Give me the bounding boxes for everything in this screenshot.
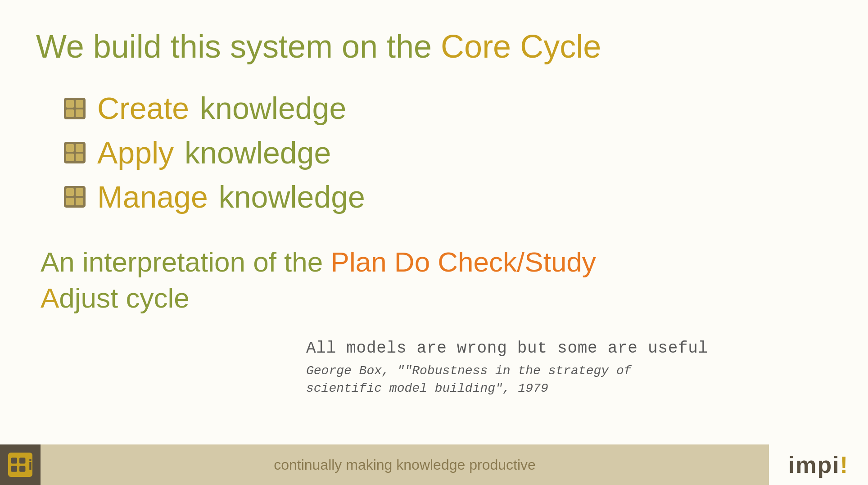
svg-rect-12 <box>76 188 83 196</box>
svg-rect-1 <box>66 100 74 108</box>
footer-logo-left <box>0 444 41 485</box>
footer-logo-right: impi! <box>769 444 868 485</box>
impi-text: impi <box>788 452 840 478</box>
svg-rect-18 <box>11 466 17 472</box>
subtitle-check: Check/Study <box>438 246 596 277</box>
svg-rect-6 <box>66 144 74 152</box>
impi-logo: impi! <box>788 451 849 478</box>
svg-rect-9 <box>76 154 83 161</box>
svg-rect-8 <box>66 154 74 161</box>
subtitle-section: An interpretation of the Plan Do Check/S… <box>36 244 832 317</box>
subtitle-rest: djust cycle <box>59 282 189 313</box>
svg-rect-4 <box>76 109 83 117</box>
svg-rect-13 <box>66 198 74 205</box>
title-highlight: Core Cycle <box>441 28 601 64</box>
bullet-icon-manage <box>63 185 86 209</box>
subtitle-plan: Plan <box>331 246 394 277</box>
footer: continually making knowledge productive … <box>0 444 868 485</box>
impi-exclaim: ! <box>840 452 849 478</box>
subtitle-part1: An interpretation of the <box>41 246 331 277</box>
create-highlight: Create <box>97 88 189 128</box>
quote-citation: George Box, ""Robustness in the strategy… <box>306 362 711 397</box>
footer-left-icon <box>8 453 32 477</box>
svg-rect-2 <box>76 100 83 108</box>
main-content: We build this system on the Core Cycle C… <box>0 0 868 444</box>
quote-main: All models are wrong but some are useful <box>306 339 832 358</box>
svg-rect-3 <box>66 109 74 117</box>
svg-rect-11 <box>66 188 74 196</box>
list-item-apply: Apply knowledge <box>63 133 832 172</box>
manage-rest: knowledge <box>219 177 365 217</box>
main-title: We build this system on the Core Cycle <box>36 27 832 66</box>
subtitle-do: Do <box>394 246 438 277</box>
subtitle-adjust: A <box>41 282 59 313</box>
bullet-icon-create <box>63 97 86 120</box>
bullet-icon-apply <box>63 141 86 164</box>
svg-rect-7 <box>76 144 83 152</box>
list-item-manage: Manage knowledge <box>63 177 832 217</box>
bullet-list: Create knowledge Apply knowledge <box>36 88 832 217</box>
create-rest: knowledge <box>200 88 346 128</box>
svg-rect-19 <box>19 466 25 472</box>
apply-rest: knowledge <box>185 133 331 172</box>
list-item-create: Create knowledge <box>63 88 832 128</box>
manage-highlight: Manage <box>97 177 208 217</box>
svg-rect-14 <box>76 198 83 205</box>
apply-highlight: Apply <box>97 133 174 172</box>
footer-tagline-bar: continually making knowledge productive <box>41 444 769 485</box>
footer-tagline: continually making knowledge productive <box>274 457 536 473</box>
subtitle-text: An interpretation of the Plan Do Check/S… <box>41 244 626 317</box>
quote-section: All models are wrong but some are useful… <box>36 339 832 397</box>
svg-rect-16 <box>11 458 17 463</box>
title-start: We build this system on the <box>36 28 441 64</box>
svg-rect-17 <box>19 458 25 463</box>
